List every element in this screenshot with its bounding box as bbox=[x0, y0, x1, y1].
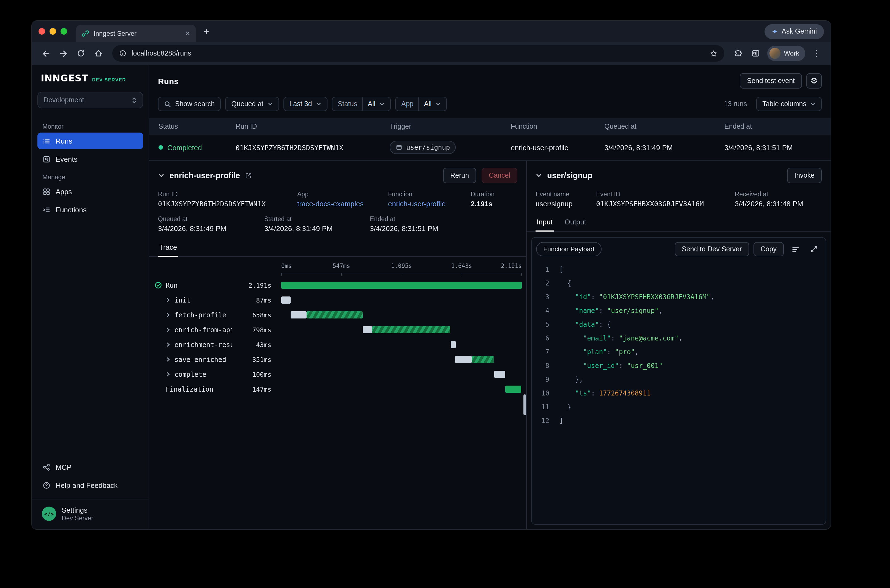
line-number: 12 bbox=[532, 414, 549, 428]
site-info-icon[interactable] bbox=[119, 50, 126, 57]
trace-axis-track: 0ms547ms1.095s1.643s2.191s bbox=[281, 262, 522, 278]
send-to-dev-server-button[interactable]: Send to Dev Server bbox=[675, 242, 749, 256]
trace-step-name: save-enriched bbox=[174, 356, 226, 363]
browser-profile-button[interactable]: Work bbox=[767, 46, 805, 61]
axis-label: 0ms bbox=[281, 262, 292, 269]
window-minimize-button[interactable] bbox=[50, 28, 56, 34]
app-filter[interactable]: App All bbox=[395, 97, 447, 111]
trace-row-enrich-from-api[interactable]: enrich-from-api798ms bbox=[149, 322, 526, 337]
trace-step-duration: 100ms bbox=[232, 370, 281, 378]
browser-menu-icon[interactable]: ⋮ bbox=[809, 45, 825, 62]
copy-button[interactable]: Copy bbox=[753, 242, 784, 256]
chevron-right-icon[interactable] bbox=[166, 298, 171, 303]
environment-select[interactable]: Development bbox=[38, 92, 143, 108]
rerun-button[interactable]: Rerun bbox=[443, 168, 476, 183]
trace-row-fetch-profile[interactable]: fetch-profile658ms bbox=[149, 308, 526, 322]
window-zoom-button[interactable] bbox=[60, 28, 67, 34]
table-columns-button[interactable]: Table columns bbox=[756, 97, 822, 111]
bookmark-star-icon[interactable] bbox=[710, 49, 718, 57]
forward-button[interactable] bbox=[55, 45, 72, 62]
settings-sublabel: Dev Server bbox=[62, 515, 93, 522]
trace-row-save-enriched[interactable]: save-enriched351ms bbox=[149, 352, 526, 367]
scrollbar-thumb[interactable] bbox=[523, 394, 526, 415]
trace-row-finalization[interactable]: Finalization147ms bbox=[149, 382, 526, 397]
sidebar-item-functions[interactable]: Functions bbox=[38, 201, 143, 218]
home-button[interactable] bbox=[90, 45, 107, 62]
browser-tab[interactable]: Inngest Server ✕ bbox=[76, 25, 196, 42]
cancel-button[interactable]: Cancel bbox=[482, 168, 517, 183]
new-tab-button[interactable]: + bbox=[204, 27, 209, 36]
function-payload-chip[interactable]: Function Payload bbox=[536, 242, 601, 256]
run-title: enrich-user-profile bbox=[170, 171, 240, 180]
table-row[interactable]: Completed 01KJXSYPZYB6TH2DSDSYETWN1X use… bbox=[149, 135, 831, 160]
check-circle-icon bbox=[155, 282, 162, 289]
page-title: Runs bbox=[158, 76, 179, 86]
queued-at-filter[interactable]: Queued at bbox=[226, 97, 279, 111]
chevron-right-icon[interactable] bbox=[166, 312, 171, 317]
invoke-button[interactable]: Invoke bbox=[787, 168, 822, 183]
search-icon bbox=[164, 100, 171, 108]
column-header-function: Function bbox=[501, 123, 595, 130]
tab-close-icon[interactable]: ✕ bbox=[185, 29, 191, 37]
sidebar-item-help[interactable]: Help and Feedback bbox=[38, 477, 143, 494]
tab-trace[interactable]: Trace bbox=[158, 239, 178, 257]
trace-row-complete[interactable]: complete100ms bbox=[149, 367, 526, 382]
expand-icon[interactable] bbox=[807, 242, 821, 256]
sidebar-item-events[interactable]: Events bbox=[38, 151, 143, 167]
trace-step-duration: 147ms bbox=[232, 385, 281, 393]
tab-input[interactable]: Input bbox=[535, 214, 554, 232]
reload-button[interactable] bbox=[73, 45, 89, 62]
window-close-button[interactable] bbox=[39, 28, 45, 34]
chevron-down-icon bbox=[379, 101, 385, 107]
app-filter-value: All bbox=[424, 100, 432, 108]
url-bar[interactable]: localhost:8288/runs bbox=[112, 45, 724, 62]
table-header: Status Run ID Trigger Function Queued at… bbox=[149, 118, 831, 135]
extensions-icon[interactable] bbox=[730, 45, 746, 62]
meta-label: Event ID bbox=[596, 191, 735, 198]
trace-rows: Run2.191sinit87msfetch-profile658msenric… bbox=[149, 278, 526, 397]
chevron-right-icon[interactable] bbox=[166, 342, 171, 347]
show-search-button[interactable]: Show search bbox=[158, 97, 221, 111]
line-number: 3 bbox=[532, 290, 549, 304]
trace-row-enrichment-results[interactable]: enrichment-results43ms bbox=[149, 337, 526, 352]
sidebar-item-runs[interactable]: Runs bbox=[38, 132, 143, 149]
back-button[interactable] bbox=[38, 45, 54, 62]
payload-toolbar: Function Payload Send to Dev Server Copy bbox=[532, 238, 825, 261]
word-wrap-icon[interactable] bbox=[788, 242, 803, 256]
trace-step-name: Run bbox=[166, 281, 177, 289]
trace-bar bbox=[472, 356, 494, 363]
external-link-icon[interactable] bbox=[245, 172, 252, 179]
send-test-event-button[interactable]: Send test event bbox=[740, 73, 802, 88]
ask-gemini-button[interactable]: ✦ Ask Gemini bbox=[765, 24, 824, 39]
column-header-trigger: Trigger bbox=[380, 123, 501, 130]
trace-row-init[interactable]: init87ms bbox=[149, 292, 526, 308]
function-link[interactable]: enrich-user-profile bbox=[388, 200, 471, 208]
chevron-right-icon[interactable] bbox=[166, 327, 171, 332]
settings-gear-button[interactable]: ⚙ bbox=[806, 73, 822, 88]
tab-output[interactable]: Output bbox=[564, 214, 587, 232]
column-header-status: Status bbox=[149, 123, 226, 130]
code-line: 2 { bbox=[532, 277, 825, 290]
run-meta-row-1: Run ID 01KJXSYPZYB6TH2DSDSYETWN1X App tr… bbox=[149, 190, 526, 214]
table-columns-label: Table columns bbox=[762, 100, 806, 108]
status-filter[interactable]: Status All bbox=[332, 97, 391, 111]
trace-axis: 0ms547ms1.095s1.643s2.191s bbox=[149, 262, 526, 278]
side-panel-search-icon[interactable] bbox=[747, 45, 764, 62]
collapse-chevron-icon[interactable] bbox=[158, 172, 165, 179]
chevron-right-icon[interactable] bbox=[166, 357, 171, 362]
time-range-filter[interactable]: Last 3d bbox=[283, 97, 327, 111]
code-line: 9 }, bbox=[532, 373, 825, 387]
collapse-chevron-icon[interactable] bbox=[535, 172, 542, 179]
app-link[interactable]: trace-docs-examples bbox=[297, 200, 388, 208]
chevron-right-icon[interactable] bbox=[166, 372, 171, 377]
settings-button[interactable]: </> Settings Dev Server bbox=[38, 500, 143, 529]
url-text[interactable]: localhost:8288/runs bbox=[132, 50, 705, 57]
sidebar-item-mcp[interactable]: MCP bbox=[38, 459, 143, 475]
trace-row-run[interactable]: Run2.191s bbox=[149, 278, 526, 292]
axis-label: 547ms bbox=[333, 262, 350, 269]
sidebar-item-apps[interactable]: Apps bbox=[38, 183, 143, 200]
trigger-badge[interactable]: user/signup bbox=[390, 141, 456, 154]
code-line: 11 } bbox=[532, 400, 825, 414]
queued-at-value: 3/4/2026, 8:31:49 PM bbox=[158, 224, 264, 232]
events-icon bbox=[42, 155, 51, 163]
